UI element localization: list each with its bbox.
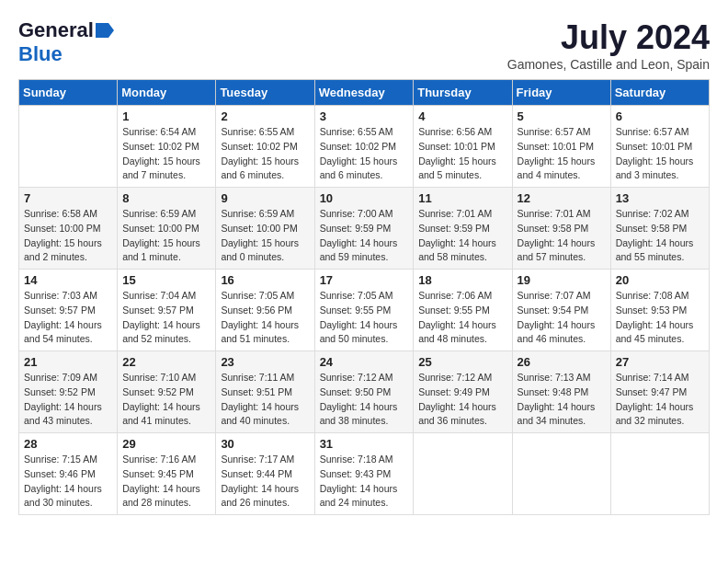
day-number: 28 bbox=[24, 437, 112, 451]
day-info: Sunrise: 7:05 AMSunset: 9:56 PMDaylight:… bbox=[221, 289, 309, 347]
weekday-header-row: SundayMondayTuesdayWednesdayThursdayFrid… bbox=[19, 80, 710, 106]
calendar-day-cell bbox=[19, 106, 118, 188]
day-number: 31 bbox=[320, 437, 409, 451]
day-info: Sunrise: 7:18 AMSunset: 9:43 PMDaylight:… bbox=[320, 453, 409, 511]
calendar-day-cell: 11Sunrise: 7:01 AMSunset: 9:59 PMDayligh… bbox=[414, 188, 512, 270]
day-info: Sunrise: 6:57 AMSunset: 10:01 PMDaylight… bbox=[616, 125, 704, 183]
calendar-day-cell: 10Sunrise: 7:00 AMSunset: 9:59 PMDayligh… bbox=[314, 188, 414, 270]
day-info: Sunrise: 7:00 AMSunset: 9:59 PMDaylight:… bbox=[320, 207, 409, 265]
calendar-day-cell: 4Sunrise: 6:56 AMSunset: 10:01 PMDayligh… bbox=[414, 106, 512, 188]
weekday-header-cell: Tuesday bbox=[216, 80, 314, 106]
weekday-header-cell: Saturday bbox=[610, 80, 709, 106]
calendar-week-row: 28Sunrise: 7:15 AMSunset: 9:46 PMDayligh… bbox=[19, 433, 710, 515]
calendar-day-cell: 24Sunrise: 7:12 AMSunset: 9:50 PMDayligh… bbox=[314, 351, 414, 433]
day-number: 17 bbox=[320, 273, 409, 287]
day-number: 27 bbox=[616, 355, 704, 369]
day-number: 11 bbox=[418, 191, 506, 205]
day-info: Sunrise: 6:58 AMSunset: 10:00 PMDaylight… bbox=[24, 207, 112, 265]
day-number: 29 bbox=[122, 437, 210, 451]
day-info: Sunrise: 7:06 AMSunset: 9:55 PMDaylight:… bbox=[418, 289, 506, 347]
month-title: July 2024 bbox=[507, 18, 710, 57]
day-info: Sunrise: 7:14 AMSunset: 9:47 PMDaylight:… bbox=[616, 371, 704, 429]
calendar-day-cell: 21Sunrise: 7:09 AMSunset: 9:52 PMDayligh… bbox=[19, 351, 118, 433]
weekday-header-cell: Friday bbox=[512, 80, 610, 106]
day-number: 1 bbox=[122, 109, 210, 123]
day-info: Sunrise: 7:07 AMSunset: 9:54 PMDaylight:… bbox=[518, 289, 606, 347]
day-info: Sunrise: 6:55 AMSunset: 10:02 PMDaylight… bbox=[221, 125, 309, 183]
day-info: Sunrise: 7:04 AMSunset: 9:57 PMDaylight:… bbox=[122, 289, 210, 347]
calendar-day-cell: 17Sunrise: 7:05 AMSunset: 9:55 PMDayligh… bbox=[314, 270, 414, 351]
calendar-week-row: 7Sunrise: 6:58 AMSunset: 10:00 PMDayligh… bbox=[19, 188, 710, 270]
day-number: 3 bbox=[320, 109, 409, 123]
day-number: 14 bbox=[24, 273, 112, 287]
day-number: 2 bbox=[221, 109, 309, 123]
calendar-table: SundayMondayTuesdayWednesdayThursdayFrid… bbox=[18, 79, 710, 515]
day-number: 26 bbox=[518, 355, 606, 369]
calendar-day-cell: 2Sunrise: 6:55 AMSunset: 10:02 PMDayligh… bbox=[216, 106, 314, 188]
calendar-day-cell: 25Sunrise: 7:12 AMSunset: 9:49 PMDayligh… bbox=[414, 351, 512, 433]
calendar-day-cell: 29Sunrise: 7:16 AMSunset: 9:45 PMDayligh… bbox=[118, 433, 216, 515]
day-number: 4 bbox=[418, 109, 506, 123]
calendar-day-cell: 5Sunrise: 6:57 AMSunset: 10:01 PMDayligh… bbox=[512, 106, 610, 188]
calendar-day-cell bbox=[610, 433, 709, 515]
calendar-body: 1Sunrise: 6:54 AMSunset: 10:02 PMDayligh… bbox=[19, 106, 710, 515]
day-number: 15 bbox=[122, 273, 210, 287]
weekday-header-cell: Thursday bbox=[414, 80, 512, 106]
calendar-day-cell: 18Sunrise: 7:06 AMSunset: 9:55 PMDayligh… bbox=[414, 270, 512, 351]
calendar-day-cell: 9Sunrise: 6:59 AMSunset: 10:00 PMDayligh… bbox=[216, 188, 314, 270]
day-info: Sunrise: 7:02 AMSunset: 9:58 PMDaylight:… bbox=[616, 207, 704, 265]
day-info: Sunrise: 7:05 AMSunset: 9:55 PMDaylight:… bbox=[320, 289, 409, 347]
weekday-header-cell: Sunday bbox=[19, 80, 118, 106]
header: General Blue July 2024 Gamones, Castille… bbox=[18, 18, 710, 72]
day-info: Sunrise: 6:55 AMSunset: 10:02 PMDaylight… bbox=[320, 125, 409, 183]
day-info: Sunrise: 7:17 AMSunset: 9:44 PMDaylight:… bbox=[221, 453, 309, 511]
calendar-day-cell: 31Sunrise: 7:18 AMSunset: 9:43 PMDayligh… bbox=[314, 433, 414, 515]
calendar-week-row: 1Sunrise: 6:54 AMSunset: 10:02 PMDayligh… bbox=[19, 106, 710, 188]
calendar-day-cell: 7Sunrise: 6:58 AMSunset: 10:00 PMDayligh… bbox=[19, 188, 118, 270]
day-number: 22 bbox=[122, 355, 210, 369]
day-info: Sunrise: 6:54 AMSunset: 10:02 PMDaylight… bbox=[122, 125, 210, 183]
calendar-day-cell: 13Sunrise: 7:02 AMSunset: 9:58 PMDayligh… bbox=[610, 188, 709, 270]
svg-marker-0 bbox=[96, 23, 114, 38]
calendar-day-cell: 28Sunrise: 7:15 AMSunset: 9:46 PMDayligh… bbox=[19, 433, 118, 515]
calendar-day-cell: 22Sunrise: 7:10 AMSunset: 9:52 PMDayligh… bbox=[118, 351, 216, 433]
logo-general-text: General bbox=[18, 18, 94, 42]
day-number: 21 bbox=[24, 355, 112, 369]
day-number: 19 bbox=[518, 273, 606, 287]
day-info: Sunrise: 6:59 AMSunset: 10:00 PMDaylight… bbox=[221, 207, 309, 265]
weekday-header-cell: Wednesday bbox=[314, 80, 414, 106]
day-info: Sunrise: 6:59 AMSunset: 10:00 PMDaylight… bbox=[122, 207, 210, 265]
day-number: 6 bbox=[616, 109, 704, 123]
day-info: Sunrise: 7:13 AMSunset: 9:48 PMDaylight:… bbox=[518, 371, 606, 429]
day-info: Sunrise: 7:09 AMSunset: 9:52 PMDaylight:… bbox=[24, 371, 112, 429]
day-number: 30 bbox=[221, 437, 309, 451]
logo-blue-text: Blue bbox=[18, 42, 63, 65]
calendar-day-cell bbox=[414, 433, 512, 515]
calendar-day-cell: 15Sunrise: 7:04 AMSunset: 9:57 PMDayligh… bbox=[118, 270, 216, 351]
calendar-day-cell: 3Sunrise: 6:55 AMSunset: 10:02 PMDayligh… bbox=[314, 106, 414, 188]
day-info: Sunrise: 7:08 AMSunset: 9:53 PMDaylight:… bbox=[616, 289, 704, 347]
day-number: 12 bbox=[518, 191, 606, 205]
day-info: Sunrise: 7:16 AMSunset: 9:45 PMDaylight:… bbox=[122, 453, 210, 511]
calendar-day-cell: 27Sunrise: 7:14 AMSunset: 9:47 PMDayligh… bbox=[610, 351, 709, 433]
day-info: Sunrise: 7:10 AMSunset: 9:52 PMDaylight:… bbox=[122, 371, 210, 429]
calendar-day-cell: 8Sunrise: 6:59 AMSunset: 10:00 PMDayligh… bbox=[118, 188, 216, 270]
calendar-day-cell: 14Sunrise: 7:03 AMSunset: 9:57 PMDayligh… bbox=[19, 270, 118, 351]
title-area: July 2024 Gamones, Castille and Leon, Sp… bbox=[507, 18, 710, 72]
calendar-day-cell: 6Sunrise: 6:57 AMSunset: 10:01 PMDayligh… bbox=[610, 106, 709, 188]
calendar-week-row: 21Sunrise: 7:09 AMSunset: 9:52 PMDayligh… bbox=[19, 351, 710, 433]
day-number: 10 bbox=[320, 191, 409, 205]
weekday-header-cell: Monday bbox=[118, 80, 216, 106]
location: Gamones, Castille and Leon, Spain bbox=[507, 57, 710, 72]
day-number: 25 bbox=[418, 355, 506, 369]
day-info: Sunrise: 7:11 AMSunset: 9:51 PMDaylight:… bbox=[221, 371, 309, 429]
day-number: 13 bbox=[616, 191, 704, 205]
calendar-day-cell: 23Sunrise: 7:11 AMSunset: 9:51 PMDayligh… bbox=[216, 351, 314, 433]
day-number: 8 bbox=[122, 191, 210, 205]
day-number: 5 bbox=[518, 109, 606, 123]
logo-bird-icon bbox=[96, 23, 114, 38]
calendar-day-cell bbox=[512, 433, 610, 515]
day-number: 9 bbox=[221, 191, 309, 205]
calendar-day-cell: 19Sunrise: 7:07 AMSunset: 9:54 PMDayligh… bbox=[512, 270, 610, 351]
day-number: 20 bbox=[616, 273, 704, 287]
